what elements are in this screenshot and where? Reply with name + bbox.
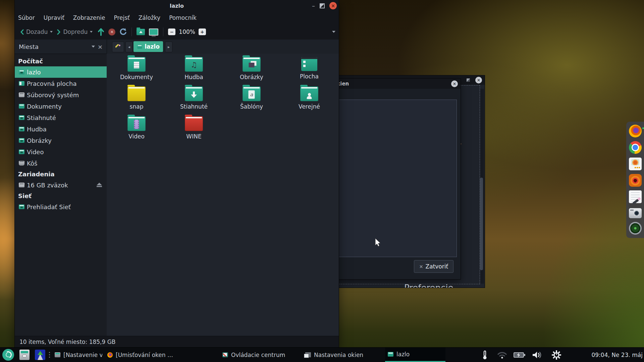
window-list-handle[interactable] — [49, 352, 50, 358]
zatvorit-button[interactable]: × Zatvoriť — [414, 260, 453, 273]
home-folder-icon — [19, 70, 24, 74]
zoom-in-icon: + — [199, 28, 206, 35]
menu-subor[interactable]: Súbor — [18, 14, 35, 21]
menu-upravit[interactable]: Upraviť — [44, 14, 64, 21]
minimize-icon[interactable]: – — [312, 4, 315, 7]
eject-icon[interactable] — [97, 183, 102, 185]
sidebar-item-video[interactable]: Video — [15, 146, 107, 158]
toolbar-overflow-caret[interactable] — [332, 31, 335, 33]
file-item-obrazky[interactable]: Obrázky — [226, 57, 277, 86]
maximize-icon[interactable] — [320, 3, 325, 8]
forward-history-caret[interactable] — [90, 31, 93, 33]
refresh-icon — [119, 28, 127, 36]
places-dropdown-caret[interactable] — [92, 46, 95, 48]
task-nastavenia-okien[interactable]: Nastavenia okien — [303, 348, 384, 362]
file-item-sablony[interactable]: Šablóny — [226, 86, 277, 115]
file-item-verejne[interactable]: Verejné — [284, 86, 334, 115]
sidebar-item-kos[interactable]: Kôš — [15, 158, 107, 169]
sidebar-item-prehliadat-siet[interactable]: Prehliadať Sieť — [15, 201, 107, 213]
tray-battery[interactable] — [513, 348, 526, 362]
path-scroll-right-button[interactable]: ▸ — [165, 42, 172, 52]
tray-volume[interactable] — [532, 348, 543, 362]
menu-prejst[interactable]: Prejsť — [114, 14, 129, 21]
chrome-icon[interactable] — [629, 141, 642, 154]
menu-zobrazenie[interactable]: Zobrazenie — [73, 14, 105, 21]
zoom-out-button[interactable]: − — [166, 26, 177, 38]
titlebar[interactable]: lazlo — [15, 0, 339, 11]
menu-zalozky[interactable]: Záložky — [139, 14, 160, 21]
sidebar-item-lazlo[interactable]: lazlo — [15, 66, 107, 78]
menu-button-icon[interactable] — [2, 349, 14, 361]
menu-pomocnik[interactable]: Pomocník — [169, 14, 197, 21]
xnview-icon[interactable] — [629, 174, 642, 187]
close-icon[interactable]: × — [451, 80, 458, 87]
reload-button[interactable] — [117, 26, 129, 38]
network-folder-icon — [19, 204, 24, 209]
task-ovladacie-centrum[interactable]: Ovládacie centrum — [220, 348, 302, 362]
down-arrow-emblem — [190, 92, 198, 98]
stop-button[interactable]: × — [106, 26, 117, 38]
camera-icon[interactable] — [629, 208, 642, 218]
task-lazlo[interactable]: lazlo — [385, 348, 445, 362]
pictures-folder-icon — [19, 138, 24, 143]
folder-documents-icon — [127, 57, 146, 72]
open-parent-button[interactable] — [135, 26, 147, 38]
chevron-left-icon — [20, 29, 24, 35]
back-button[interactable]: Dozadu — [18, 26, 50, 38]
gear-power-icon — [551, 350, 561, 360]
file-item-video[interactable]: Video — [111, 116, 162, 145]
text-editor-icon[interactable] — [629, 190, 642, 203]
up-button[interactable] — [96, 26, 106, 38]
filesystem-drive-icon — [19, 93, 24, 97]
folder-pictures-icon — [243, 57, 261, 72]
sidebar-item-suborovy-system[interactable]: Súborový systém — [15, 89, 107, 101]
sidebar-item-pracovna-plocha[interactable]: Pracovná plocha — [15, 78, 107, 89]
file-manager-window: lazlo – × Súbor Upraviť Zobrazenie Prejs… — [15, 0, 339, 348]
image-viewer-icon[interactable] — [629, 158, 642, 170]
sidebar-item-stiahnute[interactable]: Stiahnuté — [15, 112, 107, 123]
forward-button[interactable]: Dopredu — [55, 26, 90, 38]
file-manager-launcher-icon[interactable] — [19, 350, 30, 360]
zoom-in-button[interactable]: + — [197, 26, 208, 38]
file-item-snap[interactable]: snap — [111, 86, 162, 115]
places-header: Miesta × — [15, 40, 107, 54]
tray-thermometer[interactable] — [482, 348, 487, 362]
sidebar-item-hudba[interactable]: Hudba — [15, 123, 107, 135]
file-item-hudba[interactable]: ♫ Hudba — [169, 57, 219, 86]
file-item-plocha[interactable]: Plocha — [284, 57, 334, 86]
close-x-glyph: × — [419, 264, 423, 269]
file-item-wine[interactable]: WINE — [169, 116, 219, 145]
tray-session[interactable] — [551, 348, 561, 362]
tray-network[interactable] — [497, 348, 507, 362]
path-crumb-lazlo[interactable]: lazlo — [133, 41, 163, 52]
close-icon[interactable]: × — [329, 2, 337, 9]
app-launcher-icon[interactable] — [35, 350, 45, 360]
scrollbar-track[interactable] — [480, 89, 484, 284]
file-item-stiahnute[interactable]: Stiahnuté — [169, 86, 219, 115]
close-icon[interactable]: × — [475, 77, 482, 83]
maximize-icon[interactable] — [467, 78, 470, 82]
sidebar-item-16gb-zvazok[interactable]: 16 GB zväzok — [15, 179, 107, 191]
task-umistovani-oken[interactable]: [Umisťování oken … — [105, 348, 219, 362]
path-scroll-left-button[interactable]: ◂ — [125, 42, 133, 52]
sidebar-item-obrazky[interactable]: Obrázky — [15, 135, 107, 146]
downloads-folder-icon — [19, 115, 24, 120]
folder-video-icon — [127, 116, 146, 131]
webcam-icon[interactable] — [629, 222, 642, 235]
clock[interactable]: 09:04, Ne 23. máj — [591, 348, 643, 362]
places-close-icon[interactable]: × — [98, 43, 103, 50]
edit-location-button[interactable] — [112, 42, 124, 52]
firefox-icon[interactable] — [629, 125, 642, 137]
desktop-button[interactable] — [147, 26, 160, 38]
wifi-icon — [497, 351, 507, 359]
video-folder-icon — [19, 149, 24, 154]
back-history-caret[interactable] — [50, 31, 53, 33]
sidebar-item-dokumenty[interactable]: Dokumenty — [15, 101, 107, 112]
sidebar-header-computer: Počítač — [15, 56, 107, 66]
scrollbar-thumb[interactable] — [480, 178, 483, 270]
pathbar: ◂ lazlo ▸ — [107, 40, 339, 54]
appearance-icon — [55, 352, 60, 357]
sidebar-header-zariadenia: Zariadenia — [15, 169, 107, 179]
file-item-dokumenty[interactable]: Dokumenty — [111, 57, 162, 86]
task-nastavenie-vzhladu[interactable]: [Nastavenie vzhľa… — [52, 348, 102, 362]
